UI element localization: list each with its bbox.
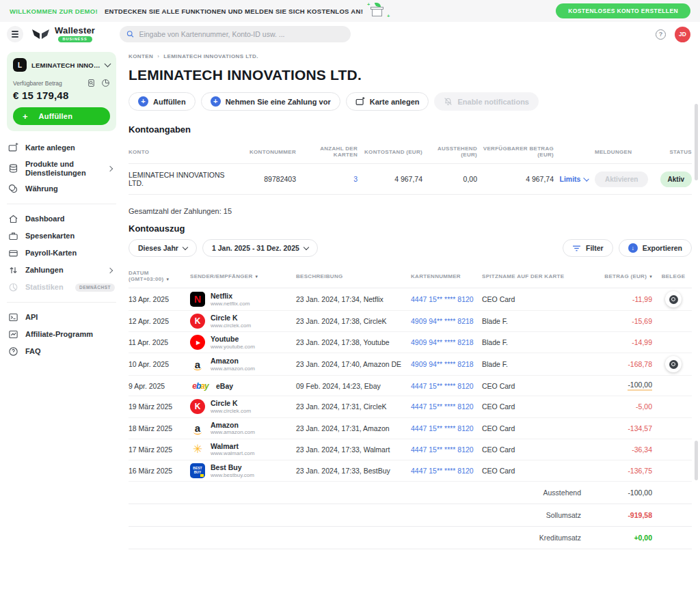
transaction-date: 9 Apr. 2025	[129, 382, 190, 390]
search-input[interactable]	[139, 30, 344, 38]
receipt-button[interactable]	[665, 356, 682, 372]
summary-label: Kreditumsatz	[129, 534, 581, 542]
card-number-link[interactable]: 4909 94** **** 8218	[411, 338, 482, 346]
card-number-link[interactable]: 4909 94** **** 8218	[411, 317, 482, 325]
create-account-button[interactable]: KOSTENLOSES KONTO ERSTELLEN	[556, 3, 690, 18]
transaction-description: 09 Feb. 2024, 14:23, Ebay	[296, 382, 411, 390]
arrows-up-down-icon	[8, 265, 18, 275]
card-number-link[interactable]: 4447 15** **** 8120	[411, 467, 482, 475]
transaction-row: 10 Apr. 2025 a Amazon www.amazon.com 23 …	[129, 353, 692, 376]
scrollbar-thumb[interactable]	[695, 441, 698, 480]
card-number-link[interactable]: 4447 15** **** 8120	[411, 382, 482, 390]
transaction-amount: -11,99	[632, 295, 652, 303]
card-number-link[interactable]: 4447 15** **** 8120	[411, 295, 482, 303]
period-preset-dropdown[interactable]: Dieses Jahr	[129, 239, 197, 257]
statement-icon[interactable]	[87, 79, 96, 87]
merchant-url: www.bestbuy.com	[211, 472, 254, 479]
statement-summary: Ausstehend -100,00 Sollumsatz -919,58 Kr…	[129, 482, 692, 549]
transaction-amount: -5,00	[636, 402, 652, 411]
statement-table-header: DATUM (GMT+03:00) SENDER/EMPFÄNGER BESCH…	[129, 264, 692, 288]
balance-label: Verfügbarer Betrag	[13, 80, 87, 87]
transaction-row: 9 Apr. 2025 ebay eBay 09 Feb. 2024, 14:2…	[129, 376, 692, 396]
account-name: LEMINATECH INNOVATI...	[31, 61, 100, 69]
breadcrumb-account: LEMINATECH INNOVATIONS LTD.	[163, 53, 258, 59]
limits-link[interactable]: Limits	[560, 175, 589, 183]
card-number-link[interactable]: 4447 15** **** 8120	[411, 445, 482, 454]
filter-icon	[572, 245, 581, 252]
transaction-description: 23 Jan. 2024, 17:31, CircleK	[296, 402, 411, 411]
merchant-name: Walmart	[211, 442, 254, 451]
account-card: L LEMINATECH INNOVATI... Verfügbarer Bet…	[7, 52, 116, 131]
card-nickname: CEO Card	[482, 424, 579, 432]
available-balance: € 15 179,48	[13, 89, 110, 101]
account-avatar: L	[13, 58, 27, 72]
account-kontostand: 4 967,74	[358, 175, 422, 183]
hamburger-menu-icon[interactable]	[7, 26, 23, 42]
account-kontonummer: 89782403	[238, 175, 296, 183]
help-icon[interactable]: ?	[656, 29, 666, 40]
card-nickname: Blade F.	[482, 338, 579, 346]
card-number-link[interactable]: 4909 94** **** 8218	[411, 360, 482, 368]
sidebar-item-zahlungen[interactable]: Zahlungen	[7, 262, 116, 279]
export-button[interactable]: ↓ Exportieren	[619, 239, 692, 257]
sidebar-item-karte-anlegen[interactable]: Karte anlegen	[7, 139, 116, 156]
promo-highlight: WILLKOMMEN ZUR DEMO!	[10, 8, 98, 15]
page-title: LEMINATECH INNOVATIONS LTD.	[129, 67, 692, 83]
merchant-logo-icon: N	[190, 292, 205, 307]
card-number-link[interactable]: 4447 15** **** 8120	[411, 402, 482, 411]
sidebar-item-dashboard[interactable]: Dashboard	[7, 210, 116, 228]
transaction-description: 23 Jan. 2024, 17:33, Walmart	[296, 445, 411, 454]
filter-button[interactable]: Filter	[563, 239, 613, 257]
divider	[7, 302, 116, 303]
topup-button[interactable]: + Auffüllen	[129, 92, 196, 111]
brand-badge: BUSINESS	[58, 36, 92, 42]
sidebar-item-produkte[interactable]: Produkte und Dienstleistungen	[7, 156, 116, 180]
merchant-url: www.netflix.com	[211, 301, 250, 307]
sidebar-item-payroll-karten[interactable]: Payroll-Karten	[7, 245, 116, 262]
card-number-link[interactable]: 4447 15** **** 8120	[411, 424, 482, 432]
user-avatar[interactable]: JD	[675, 27, 690, 42]
header-betrag[interactable]: BETRAG (EUR)	[579, 273, 655, 279]
merchant-url: www.amazon.com	[211, 366, 255, 372]
sidebar-item-spesenkarten[interactable]: Spesenkarten	[7, 228, 116, 245]
header-kartennummer: KARTENNUMMER	[411, 273, 482, 279]
scrollbar-thumb[interactable]	[695, 104, 698, 180]
brand-name: Wallester	[55, 27, 95, 35]
sidebar-item-affiliate[interactable]: Affiliate-Programm	[7, 326, 116, 343]
global-search[interactable]	[120, 26, 351, 42]
transaction-date: 11 Apr. 2025	[129, 338, 190, 346]
header-sender[interactable]: SENDER/EMPFÄNGER	[190, 273, 296, 279]
chevron-down-icon	[304, 244, 309, 249]
summary-label: Sollumsatz	[129, 511, 581, 519]
breadcrumb-konten[interactable]: KONTEN	[129, 53, 153, 59]
sidebar-topup-button[interactable]: + Auffüllen	[13, 107, 110, 125]
transaction-date: 16 März 2025	[129, 467, 190, 475]
merchant-logo-icon: a	[190, 421, 205, 436]
stack-icon	[8, 163, 18, 174]
sidebar-item-waehrung[interactable]: Währung	[7, 180, 116, 197]
brand-logo[interactable]: Wallester BUSINESS	[31, 27, 95, 42]
chart-icon	[8, 329, 18, 340]
sidebar-item-faq[interactable]: FAQ	[7, 343, 116, 360]
pie-chart-icon[interactable]	[101, 79, 110, 87]
account-selector[interactable]: L LEMINATECH INNOVATI...	[13, 58, 110, 72]
header-beschreibung: BESCHREIBUNG	[296, 273, 411, 279]
cards-count-link[interactable]: 3	[296, 175, 358, 183]
sidebar-item-api[interactable]: API	[7, 309, 116, 326]
header-spitzname: SPITZNAME AUF DER KARTE	[482, 273, 579, 279]
header-datum[interactable]: DATUM (GMT+03:00)	[129, 270, 190, 282]
receipt-button[interactable]	[665, 291, 682, 307]
account-konto: LEMINATECH INNOVATIONS LTD.	[129, 171, 238, 187]
merchant-logo-icon: a	[190, 357, 205, 372]
summary-row: Sollumsatz -919,58	[129, 504, 692, 527]
transaction-row: 11 Apr. 2025 ▶ Youtube www.youtube.com 2…	[129, 332, 692, 353]
pie-icon	[8, 282, 18, 292]
terminal-icon	[8, 312, 18, 322]
make-payment-button[interactable]: + Nehmen Sie eine Zahlung vor	[201, 92, 340, 111]
promo-banner: WILLKOMMEN ZUR DEMO! ENTDECKEN SIE ALLE …	[0, 0, 700, 22]
date-range-dropdown[interactable]: 1 Jan. 2025 - 31 Dez. 2025	[202, 239, 318, 257]
create-card-button[interactable]: Karte anlegen	[346, 92, 429, 111]
breadcrumb-separator: ›	[157, 53, 159, 59]
transaction-description: 23 Jan. 2024, 17:40, Amazon DE	[296, 360, 411, 368]
chevron-down-icon	[584, 176, 589, 181]
